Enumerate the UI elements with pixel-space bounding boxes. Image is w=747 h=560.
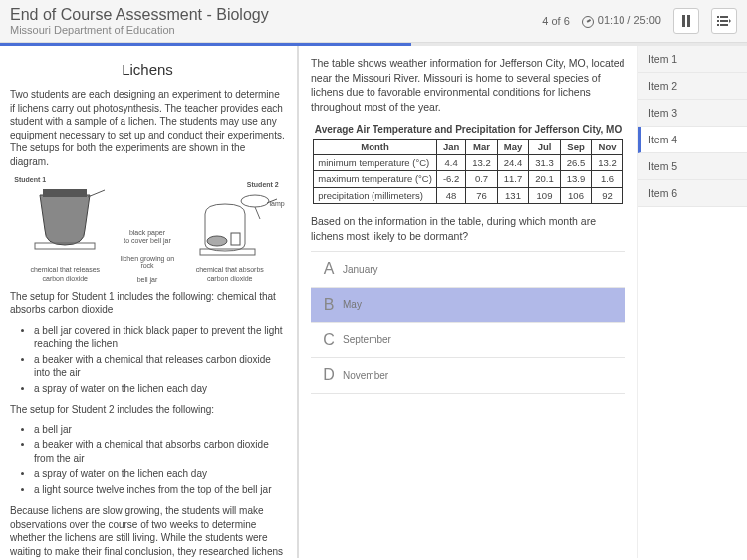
sidebar-item[interactable]: Item 3: [638, 100, 747, 127]
passage-conclusion: Because lichens are slow growing, the st…: [10, 504, 285, 558]
svg-point-13: [207, 236, 227, 246]
svg-rect-8: [43, 189, 87, 197]
choice-c[interactable]: CSeptember: [311, 323, 625, 358]
table-title: Average Air Temperature and Precipitatio…: [311, 123, 625, 137]
svg-rect-4: [717, 20, 719, 22]
question-pane[interactable]: The table shows weather information for …: [299, 46, 637, 558]
s1-list: a bell jar covered in thick black paper …: [34, 324, 285, 396]
header: End of Course Assessment - Biology Misso…: [0, 0, 747, 43]
list-item: a beaker with a chemical that releases c…: [34, 353, 285, 380]
s2-list: a bell jara beaker with a chemical that …: [34, 423, 285, 497]
s2-lead: The setup for Student 2 includes the fol…: [10, 403, 285, 417]
choice-d[interactable]: DNovember: [311, 358, 625, 393]
list-item: a spray of water on the lichen each day: [34, 467, 285, 481]
header-right: 4 of 6 01:10 / 25:00: [542, 8, 737, 34]
choice-letter: D: [315, 364, 343, 386]
passage-intro: Two students are each designing an exper…: [10, 88, 285, 168]
list-icon: [717, 15, 731, 27]
svg-rect-6: [717, 24, 719, 26]
data-table: MonthJanMarMayJulSepNov minimum temperat…: [313, 139, 623, 204]
list-item: a spray of water on the lichen each day: [34, 382, 285, 396]
menu-button[interactable]: [711, 8, 737, 34]
choice-b[interactable]: BMay: [311, 288, 625, 323]
diagram-student-1: Student 1 chemical that releases carbon …: [10, 175, 120, 283]
assessment-title: End of Course Assessment - Biology: [10, 6, 269, 24]
choices: AJanuaryBMayCSeptemberDNovember: [311, 251, 625, 394]
svg-rect-0: [682, 15, 685, 27]
question-prompt: Based on the information in the table, d…: [311, 214, 625, 243]
main: Lichens Two students are each designing …: [0, 46, 747, 558]
svg-rect-1: [687, 15, 690, 27]
svg-line-12: [255, 207, 260, 219]
list-item: a bell jar: [34, 423, 285, 437]
svg-rect-5: [720, 20, 728, 22]
list-item: a beaker with a chemical that absorbs ca…: [34, 438, 285, 465]
pause-icon: [681, 15, 691, 27]
passage-pane[interactable]: Lichens Two students are each designing …: [0, 46, 299, 558]
svg-rect-7: [720, 24, 728, 26]
item-sidebar: Item 1Item 2Item 3Item 4Item 5Item 6: [637, 46, 747, 558]
clock-icon: [582, 16, 594, 28]
experiment-diagram: Student 1 chemical that releases carbon …: [10, 175, 285, 283]
svg-rect-14: [231, 233, 240, 245]
sidebar-item[interactable]: Item 5: [638, 153, 747, 180]
choice-letter: C: [315, 329, 343, 351]
stimulus-text: The table shows weather information for …: [311, 56, 625, 115]
svg-rect-3: [720, 16, 728, 18]
pause-button[interactable]: [673, 8, 699, 34]
s1-lead: The setup for Student 1 includes the fol…: [10, 290, 285, 317]
choice-letter: B: [315, 294, 343, 316]
list-item: a light source twelve inches from the to…: [34, 483, 285, 497]
choice-text: November: [343, 369, 388, 383]
svg-line-10: [88, 190, 105, 197]
timer: 01:10 / 25:00: [582, 14, 661, 27]
passage-title: Lichens: [10, 60, 285, 80]
choice-letter: A: [315, 258, 343, 280]
choice-text: May: [343, 298, 362, 312]
sidebar-item[interactable]: Item 2: [638, 73, 747, 100]
sidebar-item[interactable]: Item 4: [638, 127, 747, 153]
list-item: a bell jar covered in thick black paper …: [34, 324, 285, 351]
sidebar-item[interactable]: Item 1: [638, 46, 747, 73]
org-subtitle: Missouri Department of Education: [10, 24, 269, 36]
choice-text: January: [343, 263, 378, 277]
choice-a[interactable]: AJanuary: [311, 251, 625, 287]
header-left: End of Course Assessment - Biology Misso…: [10, 6, 269, 36]
svg-rect-2: [717, 16, 719, 18]
choice-text: September: [343, 333, 391, 347]
progress-text: 4 of 6: [542, 15, 570, 27]
svg-rect-15: [200, 249, 255, 255]
diagram-labels: black paper to cover bell jar lichen gro…: [121, 229, 174, 283]
diagram-student-2: Student 2 lamp chemical that absorbs car…: [175, 180, 285, 284]
sidebar-item[interactable]: Item 6: [638, 180, 747, 207]
